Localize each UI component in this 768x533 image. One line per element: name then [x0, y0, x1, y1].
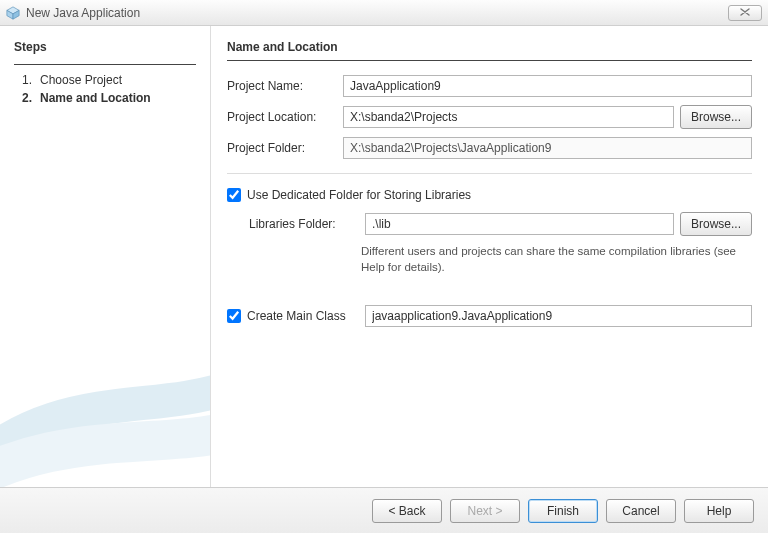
row-create-main: Create Main Class: [227, 305, 752, 327]
create-main-checkbox[interactable]: [227, 309, 241, 323]
section-separator: [227, 173, 752, 174]
row-dedicated-folder: Use Dedicated Folder for Storing Librari…: [227, 188, 752, 202]
create-main-label: Create Main Class: [247, 309, 359, 323]
next-button: Next >: [450, 499, 520, 523]
libraries-folder-input[interactable]: [365, 213, 674, 235]
step-number: 2.: [18, 91, 32, 105]
titlebar: New Java Application: [0, 0, 768, 26]
dedicated-folder-label: Use Dedicated Folder for Storing Librari…: [247, 188, 471, 202]
main-heading: Name and Location: [227, 40, 752, 54]
project-location-input[interactable]: [343, 106, 674, 128]
step-label: Choose Project: [40, 73, 122, 87]
row-project-folder: Project Folder:: [227, 137, 752, 159]
create-main-input[interactable]: [365, 305, 752, 327]
project-name-input[interactable]: [343, 75, 752, 97]
dedicated-folder-checkbox[interactable]: [227, 188, 241, 202]
libraries-hint: Different users and projects can share t…: [227, 244, 752, 275]
project-location-label: Project Location:: [227, 110, 337, 124]
row-libraries-folder: Libraries Folder: Browse...: [227, 212, 752, 236]
finish-button[interactable]: Finish: [528, 499, 598, 523]
sidebar-divider: [14, 64, 196, 65]
browse-libraries-button[interactable]: Browse...: [680, 212, 752, 236]
cancel-button[interactable]: Cancel: [606, 499, 676, 523]
project-name-label: Project Name:: [227, 79, 337, 93]
main-divider: [227, 60, 752, 61]
project-folder-input: [343, 137, 752, 159]
step-item-choose-project: 1. Choose Project: [18, 73, 196, 87]
help-button[interactable]: Help: [684, 499, 754, 523]
close-button[interactable]: [728, 5, 762, 21]
content-area: Steps 1. Choose Project 2. Name and Loca…: [0, 26, 768, 487]
main-panel: Name and Location Project Name: Project …: [210, 26, 768, 487]
step-number: 1.: [18, 73, 32, 87]
step-item-name-location: 2. Name and Location: [18, 91, 196, 105]
steps-list: 1. Choose Project 2. Name and Location: [14, 73, 196, 105]
back-button[interactable]: < Back: [372, 499, 442, 523]
steps-heading: Steps: [14, 40, 196, 54]
close-icon: [739, 7, 751, 19]
titlebar-left: New Java Application: [6, 6, 140, 20]
step-label: Name and Location: [40, 91, 151, 105]
project-folder-label: Project Folder:: [227, 141, 337, 155]
row-project-location: Project Location: Browse...: [227, 105, 752, 129]
libraries-folder-label: Libraries Folder:: [249, 217, 359, 231]
app-cube-icon: [6, 6, 20, 20]
footer-button-bar: < Back Next > Finish Cancel Help: [0, 487, 768, 533]
decor-swoosh: [0, 297, 210, 487]
browse-location-button[interactable]: Browse...: [680, 105, 752, 129]
window-title: New Java Application: [26, 6, 140, 20]
row-project-name: Project Name:: [227, 75, 752, 97]
steps-sidebar: Steps 1. Choose Project 2. Name and Loca…: [0, 26, 210, 487]
